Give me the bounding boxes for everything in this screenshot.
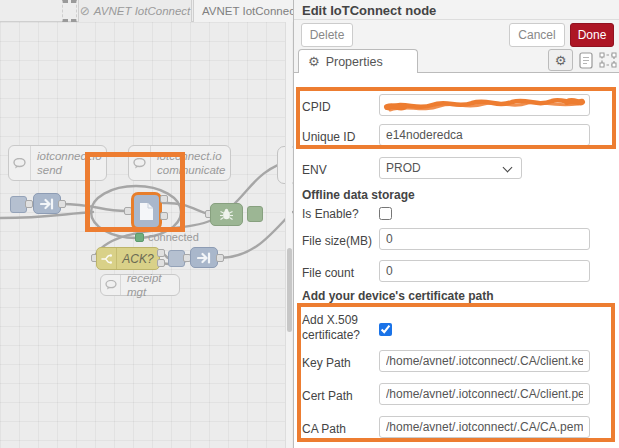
debug-node[interactable] <box>210 203 243 226</box>
node-output-port[interactable] <box>157 259 165 267</box>
gear-icon: ⚙ <box>308 54 320 69</box>
file-size-label: File size(MB) <box>302 234 372 248</box>
gear-icon: ⚙ <box>555 53 567 68</box>
delete-button[interactable]: Delete <box>301 23 353 47</box>
unique-id-input[interactable] <box>379 124 590 146</box>
debug-toggle-button[interactable] <box>247 206 263 222</box>
key-path-label: Key Path <box>302 356 351 370</box>
cert-path-label: Cert Path <box>302 389 353 403</box>
disabled-flow-icon: ⊘ <box>80 4 90 18</box>
node-port[interactable] <box>25 200 33 208</box>
comment-node-receipt[interactable]: receipt mgt <box>100 274 180 296</box>
status-connected-dot <box>135 233 144 242</box>
panel-toolbar: Delete Cancel Done <box>294 20 619 47</box>
workspace-tab-label: AVNET IotConnect <box>94 5 191 17</box>
is-enable-checkbox[interactable] <box>379 207 392 220</box>
link-call-node[interactable] <box>33 193 61 214</box>
node-port[interactable] <box>216 254 224 262</box>
workspace-tab-stub[interactable] <box>62 0 77 22</box>
selection-box-icon <box>599 52 617 68</box>
x509-label: Add X.509 certificate? <box>302 313 374 343</box>
workspace-tab-label: AVNET IotConnect e1 <box>202 5 293 17</box>
properties-form: CPID Unique ID ENV PROD Offline <box>294 73 619 448</box>
node-output-port[interactable] <box>157 249 165 257</box>
tab-properties[interactable]: ⚙ Properties <box>298 49 418 73</box>
link-arrow-icon <box>197 252 211 264</box>
node-port[interactable] <box>58 200 66 208</box>
edit-node-panel: Edit IoTConnect node Delete Cancel Done … <box>293 0 619 448</box>
cert-path-input[interactable] <box>379 383 590 405</box>
description-tab-button[interactable] <box>579 52 593 69</box>
status-connected-label: connected <box>148 231 199 243</box>
offline-storage-header: Offline data storage <box>302 188 415 202</box>
workspace-tab-active[interactable]: AVNET IotConnect e1 <box>193 0 293 22</box>
ca-path-input[interactable] <box>379 416 590 438</box>
document-icon <box>579 52 593 69</box>
node-settings-button[interactable]: ⚙ <box>548 49 573 71</box>
x509-checkbox[interactable] <box>379 323 392 336</box>
tab-properties-label: Properties <box>326 55 383 69</box>
panel-tabbar: ⚙ Properties ⚙ <box>294 47 619 73</box>
file-count-label: File count <box>302 266 354 280</box>
workspace-tabbar: ⊘ AVNET IotConnect AVNET IotConnect e1 <box>0 0 293 22</box>
done-button[interactable]: Done <box>570 23 614 47</box>
unique-id-label: Unique ID <box>302 130 355 144</box>
node-red-editor: ⊘ AVNET IotConnect AVNET IotConnect e1 <box>0 0 619 448</box>
flow-canvas[interactable]: ⊘ AVNET IotConnect AVNET IotConnect e1 <box>0 0 293 448</box>
is-enable-label: Is Enable? <box>302 207 359 221</box>
workspace-tab-disabled[interactable]: ⊘ AVNET IotConnect <box>78 0 192 22</box>
comment-bubble-icon <box>101 275 121 295</box>
file-count-input[interactable] <box>379 260 590 282</box>
file-size-input[interactable] <box>379 228 590 250</box>
cancel-button[interactable]: Cancel <box>509 23 565 47</box>
key-path-input[interactable] <box>379 350 590 372</box>
panel-title: Edit IoTConnect node <box>294 0 619 20</box>
highlight-annotation-node <box>85 152 185 232</box>
cpid-label: CPID <box>302 100 331 114</box>
cpid-input[interactable] <box>379 94 590 116</box>
env-label: ENV <box>302 163 327 177</box>
node-status: connected <box>135 231 199 243</box>
link-call-node[interactable] <box>190 247 218 268</box>
comment-bubble-icon <box>9 146 31 180</box>
switch-node-ack[interactable]: ACK? <box>96 247 160 270</box>
comment-label: receipt mgt <box>127 271 179 299</box>
ca-path-label: CA Path <box>302 422 346 436</box>
canvas-scroll-thumb[interactable] <box>287 248 292 332</box>
switch-node-label: ACK? <box>117 252 159 266</box>
env-select[interactable]: PROD <box>379 157 522 179</box>
certificate-path-header: Add your device's certificate path <box>302 289 494 303</box>
link-arrow-icon <box>40 198 54 210</box>
appearance-tab-button[interactable] <box>599 52 617 68</box>
switch-icon <box>97 248 117 269</box>
canvas-scrollbar[interactable] <box>285 22 292 448</box>
bug-icon <box>219 208 234 221</box>
